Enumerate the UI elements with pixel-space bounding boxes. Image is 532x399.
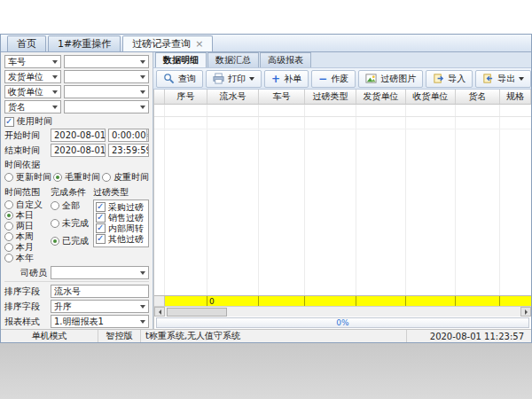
- weigher-combo[interactable]: [51, 266, 149, 279]
- col-spec[interactable]: 规格: [500, 90, 531, 104]
- report-style-combo[interactable]: 1.明细报表1: [51, 315, 149, 328]
- goods-field-label: 货名: [8, 101, 26, 113]
- checkbox-icon: [96, 202, 106, 212]
- print-button[interactable]: 打印: [206, 70, 262, 88]
- status-mode: 单机模式: [1, 330, 98, 342]
- tab-advanced-report[interactable]: 高级报表: [260, 52, 311, 67]
- chevron-down-icon: [140, 60, 145, 64]
- export-button[interactable]: 导出: [475, 70, 531, 88]
- end-time-spinner[interactable]: 23:59:59: [108, 144, 149, 157]
- app-window: 首页 1#称重操作 过磅记录查询 × 车号 发货单位 收货单位 货名: [0, 34, 532, 343]
- shipper-field-select[interactable]: 发货单位: [4, 70, 61, 83]
- weigh-type-listbox: 采购过磅 销售过磅 内部周转 其他过磅: [93, 200, 149, 247]
- radio-custom-range[interactable]: 自定义: [4, 200, 51, 209]
- time-range-group: 时间范围 自定义 本日 两日 本周 本月 本年: [4, 184, 51, 263]
- void-button[interactable]: − 作废: [311, 70, 356, 88]
- col-shipper[interactable]: 发货单位: [356, 90, 406, 104]
- radio-update-time[interactable]: 更新时间: [4, 172, 51, 182]
- col-vehicle[interactable]: 车号: [259, 90, 305, 104]
- filter-row-vehicle: 车号: [4, 55, 149, 68]
- radio-unfinished[interactable]: 未完成: [51, 218, 93, 228]
- check-internal-transfer[interactable]: 内部周转: [96, 223, 146, 233]
- record-grid: 序号 流水号 车号 过磅类型 发货单位 收货单位 货名 规格: [153, 90, 531, 329]
- supplement-order-button[interactable]: + 补单: [264, 70, 309, 88]
- radio-this-year[interactable]: 本年: [4, 253, 51, 262]
- chevron-down-icon: [52, 60, 58, 64]
- chevron-down-icon: [249, 77, 254, 81]
- radio-all[interactable]: 全部: [51, 200, 93, 210]
- start-time-spinner[interactable]: 0:00:00: [108, 129, 149, 142]
- radio-icon: [51, 237, 59, 246]
- use-time-row: 使用时间: [4, 115, 149, 128]
- status-edition: 智控版: [98, 330, 141, 342]
- status-message: t称重系统,无人值守系统: [141, 330, 407, 342]
- tab-data-summary[interactable]: 数据汇总: [207, 52, 259, 67]
- tab-weighing-operation-label: 1#称重操作: [58, 37, 111, 51]
- shipper-value-combo[interactable]: [64, 70, 149, 83]
- radio-this-week[interactable]: 本周: [4, 231, 51, 241]
- receiver-value-combo[interactable]: [64, 85, 149, 98]
- col-serial[interactable]: 流水号: [207, 90, 259, 104]
- radio-today[interactable]: 本日: [4, 210, 51, 220]
- check-other-weigh[interactable]: 其他过磅: [96, 234, 146, 244]
- grid-header: 序号 流水号 车号 过磅类型 发货单位 收货单位 货名 规格: [154, 90, 531, 105]
- chevron-down-icon: [140, 106, 145, 109]
- radio-two-days[interactable]: 两日: [4, 221, 51, 231]
- sort-field-label: 排序字段: [4, 286, 51, 298]
- scroll-right-button[interactable]: [520, 307, 531, 317]
- report-style-row: 报表样式 1.明细报表1: [4, 315, 149, 328]
- close-icon[interactable]: ×: [195, 39, 203, 49]
- filter-row-receiver: 收货单位: [4, 85, 149, 98]
- status-bar: 单机模式 智控版 t称重系统,无人值守系统 2020-08-01 11:23:5…: [1, 329, 531, 342]
- col-goods[interactable]: 货名: [456, 90, 500, 104]
- end-time-label: 结束时间: [4, 145, 51, 157]
- report-style-label: 报表样式: [4, 316, 51, 328]
- radio-icon: [4, 232, 13, 241]
- tab-weighing-operation[interactable]: 1#称重操作: [48, 35, 121, 51]
- col-receiver[interactable]: 收货单位: [406, 90, 456, 104]
- query-button[interactable]: 查询: [156, 70, 203, 88]
- filter-row-goods: 货名: [4, 100, 149, 113]
- weigh-photo-button[interactable]: 过磅图片: [358, 70, 423, 88]
- weigher-label: 司磅员: [4, 267, 51, 279]
- col-weigh-type[interactable]: 过磅类型: [305, 90, 356, 104]
- end-date-picker[interactable]: 2020-08-01: [51, 144, 106, 157]
- vehicle-field-select[interactable]: 车号: [4, 55, 61, 68]
- radio-this-month[interactable]: 本月: [4, 242, 51, 252]
- empty-row-line: [154, 129, 531, 129]
- chevron-down-icon: [140, 271, 145, 275]
- tab-home-label: 首页: [17, 37, 36, 51]
- chevron-down-icon: [140, 90, 145, 94]
- finish-state-group: 完成条件 全部 未完成 已完成: [51, 184, 93, 263]
- radio-gross-time[interactable]: 毛重时间: [53, 172, 100, 182]
- grid-body[interactable]: [154, 105, 531, 295]
- scrollbar-thumb[interactable]: [167, 308, 227, 317]
- receiver-field-select[interactable]: 收货单位: [4, 85, 61, 98]
- chevron-down-icon: [140, 75, 145, 79]
- time-range-title: 时间范围: [4, 186, 51, 199]
- horizontal-scrollbar[interactable]: [154, 306, 531, 317]
- use-time-checkbox[interactable]: [4, 117, 14, 127]
- import-button[interactable]: 导入: [426, 70, 473, 88]
- chevron-down-icon: [140, 305, 145, 309]
- tab-weigh-record-query[interactable]: 过磅记录查询 ×: [122, 35, 213, 51]
- col-seq[interactable]: 序号: [165, 90, 207, 104]
- goods-value-combo[interactable]: [64, 100, 149, 113]
- tab-data-detail[interactable]: 数据明细: [155, 52, 207, 67]
- scroll-left-button[interactable]: [154, 307, 165, 317]
- spinner-icon[interactable]: [146, 129, 149, 141]
- vehicle-value-combo[interactable]: [64, 55, 149, 68]
- start-date-picker[interactable]: 2020-08-01: [51, 129, 106, 142]
- radio-tare-time[interactable]: 皮重时间: [102, 172, 149, 182]
- sort-field-input[interactable]: 流水号: [51, 285, 149, 298]
- tab-home[interactable]: 首页: [7, 35, 46, 51]
- check-sales-weigh[interactable]: 销售过磅: [96, 213, 146, 223]
- radio-finished[interactable]: 已完成: [51, 236, 93, 246]
- filter-columns: 时间范围 自定义 本日 两日 本周 本月 本年 完成条件 全部 未完成 已完成 …: [4, 184, 149, 263]
- weigher-row: 司磅员: [4, 266, 149, 279]
- goods-field-select[interactable]: 货名: [4, 100, 61, 113]
- checkbox-icon: [96, 223, 106, 233]
- sort-order-combo[interactable]: 升序: [51, 300, 149, 313]
- check-purchase-weigh[interactable]: 采购过磅: [96, 202, 146, 212]
- chevron-down-icon: [140, 320, 145, 324]
